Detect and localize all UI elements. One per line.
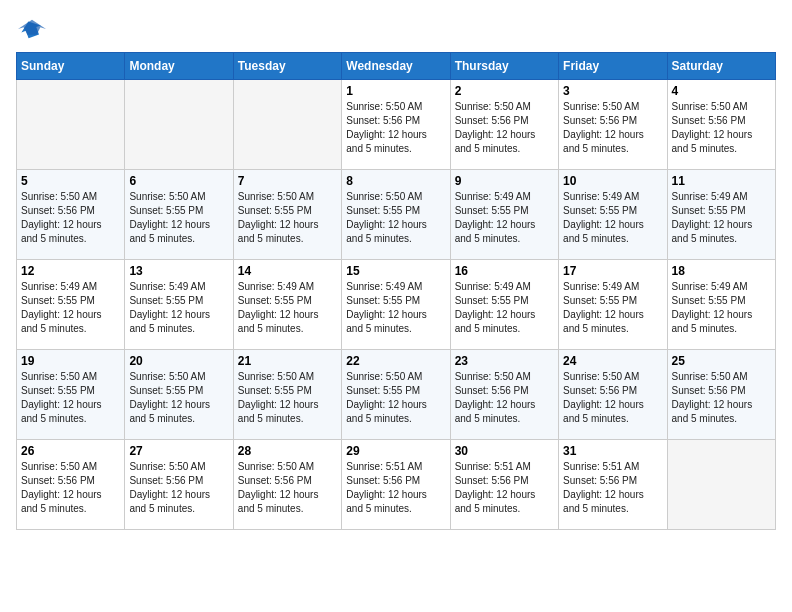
day-info: Sunrise: 5:50 AMSunset: 5:56 PMDaylight:… (672, 100, 771, 156)
day-cell-25: 25Sunrise: 5:50 AMSunset: 5:56 PMDayligh… (667, 350, 775, 440)
day-number: 15 (346, 264, 445, 278)
day-number: 29 (346, 444, 445, 458)
day-info: Sunrise: 5:49 AMSunset: 5:55 PMDaylight:… (21, 280, 120, 336)
week-row-1: 1Sunrise: 5:50 AMSunset: 5:56 PMDaylight… (17, 80, 776, 170)
day-cell-27: 27Sunrise: 5:50 AMSunset: 5:56 PMDayligh… (125, 440, 233, 530)
day-info: Sunrise: 5:50 AMSunset: 5:56 PMDaylight:… (346, 100, 445, 156)
day-info: Sunrise: 5:50 AMSunset: 5:56 PMDaylight:… (238, 460, 337, 516)
day-cell-5: 5Sunrise: 5:50 AMSunset: 5:56 PMDaylight… (17, 170, 125, 260)
day-cell-18: 18Sunrise: 5:49 AMSunset: 5:55 PMDayligh… (667, 260, 775, 350)
day-info: Sunrise: 5:49 AMSunset: 5:55 PMDaylight:… (563, 280, 662, 336)
day-info: Sunrise: 5:51 AMSunset: 5:56 PMDaylight:… (563, 460, 662, 516)
day-cell-26: 26Sunrise: 5:50 AMSunset: 5:56 PMDayligh… (17, 440, 125, 530)
day-info: Sunrise: 5:49 AMSunset: 5:55 PMDaylight:… (672, 190, 771, 246)
day-number: 28 (238, 444, 337, 458)
day-cell-8: 8Sunrise: 5:50 AMSunset: 5:55 PMDaylight… (342, 170, 450, 260)
weekday-header-saturday: Saturday (667, 53, 775, 80)
empty-cell (233, 80, 341, 170)
day-info: Sunrise: 5:50 AMSunset: 5:55 PMDaylight:… (129, 370, 228, 426)
day-cell-31: 31Sunrise: 5:51 AMSunset: 5:56 PMDayligh… (559, 440, 667, 530)
day-number: 18 (672, 264, 771, 278)
day-number: 7 (238, 174, 337, 188)
week-row-3: 12Sunrise: 5:49 AMSunset: 5:55 PMDayligh… (17, 260, 776, 350)
day-info: Sunrise: 5:50 AMSunset: 5:56 PMDaylight:… (21, 460, 120, 516)
day-cell-22: 22Sunrise: 5:50 AMSunset: 5:55 PMDayligh… (342, 350, 450, 440)
day-cell-10: 10Sunrise: 5:49 AMSunset: 5:55 PMDayligh… (559, 170, 667, 260)
day-cell-12: 12Sunrise: 5:49 AMSunset: 5:55 PMDayligh… (17, 260, 125, 350)
weekday-header-monday: Monday (125, 53, 233, 80)
day-info: Sunrise: 5:49 AMSunset: 5:55 PMDaylight:… (455, 280, 554, 336)
day-number: 13 (129, 264, 228, 278)
day-cell-21: 21Sunrise: 5:50 AMSunset: 5:55 PMDayligh… (233, 350, 341, 440)
day-number: 26 (21, 444, 120, 458)
day-info: Sunrise: 5:50 AMSunset: 5:56 PMDaylight:… (563, 100, 662, 156)
day-number: 22 (346, 354, 445, 368)
day-info: Sunrise: 5:49 AMSunset: 5:55 PMDaylight:… (346, 280, 445, 336)
day-info: Sunrise: 5:50 AMSunset: 5:56 PMDaylight:… (563, 370, 662, 426)
day-info: Sunrise: 5:49 AMSunset: 5:55 PMDaylight:… (455, 190, 554, 246)
logo (16, 16, 46, 44)
day-number: 14 (238, 264, 337, 278)
day-number: 25 (672, 354, 771, 368)
empty-cell (667, 440, 775, 530)
week-row-2: 5Sunrise: 5:50 AMSunset: 5:56 PMDaylight… (17, 170, 776, 260)
weekday-header-row: SundayMondayTuesdayWednesdayThursdayFrid… (17, 53, 776, 80)
day-info: Sunrise: 5:49 AMSunset: 5:55 PMDaylight:… (672, 280, 771, 336)
day-info: Sunrise: 5:50 AMSunset: 5:55 PMDaylight:… (129, 190, 228, 246)
day-cell-9: 9Sunrise: 5:49 AMSunset: 5:55 PMDaylight… (450, 170, 558, 260)
day-info: Sunrise: 5:49 AMSunset: 5:55 PMDaylight:… (563, 190, 662, 246)
day-info: Sunrise: 5:50 AMSunset: 5:56 PMDaylight:… (21, 190, 120, 246)
day-cell-29: 29Sunrise: 5:51 AMSunset: 5:56 PMDayligh… (342, 440, 450, 530)
day-number: 5 (21, 174, 120, 188)
day-cell-15: 15Sunrise: 5:49 AMSunset: 5:55 PMDayligh… (342, 260, 450, 350)
day-number: 16 (455, 264, 554, 278)
day-number: 30 (455, 444, 554, 458)
day-cell-14: 14Sunrise: 5:49 AMSunset: 5:55 PMDayligh… (233, 260, 341, 350)
day-number: 2 (455, 84, 554, 98)
calendar-table: SundayMondayTuesdayWednesdayThursdayFrid… (16, 52, 776, 530)
day-info: Sunrise: 5:51 AMSunset: 5:56 PMDaylight:… (455, 460, 554, 516)
empty-cell (125, 80, 233, 170)
day-info: Sunrise: 5:50 AMSunset: 5:55 PMDaylight:… (21, 370, 120, 426)
day-info: Sunrise: 5:50 AMSunset: 5:55 PMDaylight:… (346, 190, 445, 246)
day-cell-16: 16Sunrise: 5:49 AMSunset: 5:55 PMDayligh… (450, 260, 558, 350)
day-info: Sunrise: 5:50 AMSunset: 5:56 PMDaylight:… (455, 370, 554, 426)
day-cell-23: 23Sunrise: 5:50 AMSunset: 5:56 PMDayligh… (450, 350, 558, 440)
day-info: Sunrise: 5:50 AMSunset: 5:55 PMDaylight:… (238, 190, 337, 246)
day-cell-13: 13Sunrise: 5:49 AMSunset: 5:55 PMDayligh… (125, 260, 233, 350)
day-number: 8 (346, 174, 445, 188)
day-cell-20: 20Sunrise: 5:50 AMSunset: 5:55 PMDayligh… (125, 350, 233, 440)
week-row-4: 19Sunrise: 5:50 AMSunset: 5:55 PMDayligh… (17, 350, 776, 440)
svg-marker-1 (18, 20, 46, 35)
day-info: Sunrise: 5:49 AMSunset: 5:55 PMDaylight:… (238, 280, 337, 336)
day-info: Sunrise: 5:50 AMSunset: 5:55 PMDaylight:… (238, 370, 337, 426)
day-cell-11: 11Sunrise: 5:49 AMSunset: 5:55 PMDayligh… (667, 170, 775, 260)
weekday-header-tuesday: Tuesday (233, 53, 341, 80)
day-info: Sunrise: 5:50 AMSunset: 5:56 PMDaylight:… (129, 460, 228, 516)
weekday-header-wednesday: Wednesday (342, 53, 450, 80)
day-number: 23 (455, 354, 554, 368)
day-cell-6: 6Sunrise: 5:50 AMSunset: 5:55 PMDaylight… (125, 170, 233, 260)
day-number: 11 (672, 174, 771, 188)
day-cell-19: 19Sunrise: 5:50 AMSunset: 5:55 PMDayligh… (17, 350, 125, 440)
day-cell-30: 30Sunrise: 5:51 AMSunset: 5:56 PMDayligh… (450, 440, 558, 530)
day-info: Sunrise: 5:49 AMSunset: 5:55 PMDaylight:… (129, 280, 228, 336)
day-cell-7: 7Sunrise: 5:50 AMSunset: 5:55 PMDaylight… (233, 170, 341, 260)
day-number: 21 (238, 354, 337, 368)
day-cell-4: 4Sunrise: 5:50 AMSunset: 5:56 PMDaylight… (667, 80, 775, 170)
empty-cell (17, 80, 125, 170)
day-number: 10 (563, 174, 662, 188)
day-cell-24: 24Sunrise: 5:50 AMSunset: 5:56 PMDayligh… (559, 350, 667, 440)
day-number: 27 (129, 444, 228, 458)
day-info: Sunrise: 5:50 AMSunset: 5:56 PMDaylight:… (455, 100, 554, 156)
page-header (16, 16, 776, 44)
day-number: 9 (455, 174, 554, 188)
day-cell-1: 1Sunrise: 5:50 AMSunset: 5:56 PMDaylight… (342, 80, 450, 170)
day-number: 17 (563, 264, 662, 278)
weekday-header-friday: Friday (559, 53, 667, 80)
day-number: 3 (563, 84, 662, 98)
day-number: 24 (563, 354, 662, 368)
day-number: 12 (21, 264, 120, 278)
day-number: 6 (129, 174, 228, 188)
day-info: Sunrise: 5:50 AMSunset: 5:56 PMDaylight:… (672, 370, 771, 426)
